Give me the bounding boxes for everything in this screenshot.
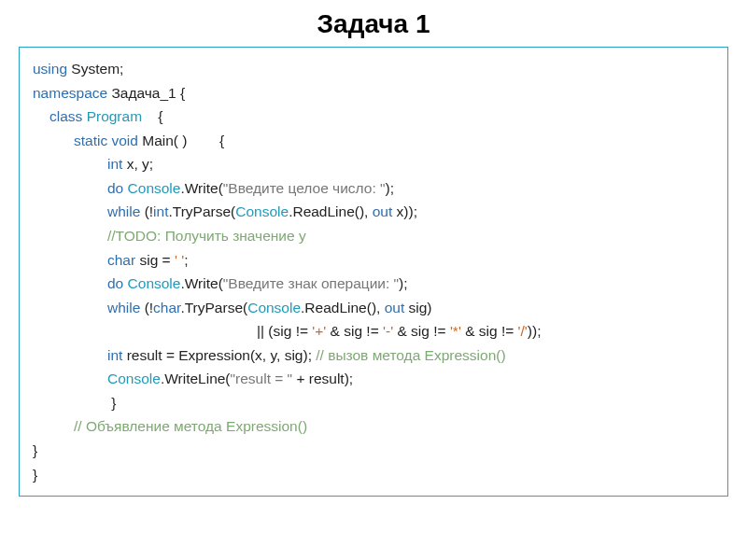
kw-do: do [107,275,128,291]
comment: // Объявление метода Expression() [74,418,307,434]
code-line: Console.WriteLine("result = " + result); [33,367,714,391]
code-line: while (!char.TryParse(Console.ReadLine()… [33,296,714,320]
text: ); [386,180,394,196]
kw-while: while [107,203,145,219]
code-line: } [33,439,714,463]
code-line: using System; [33,57,714,81]
text: x)); [392,203,417,219]
text: .WriteLine( [161,371,231,386]
kw-out: out [373,203,393,219]
type-int: int [107,347,122,363]
class-console: Console [128,180,181,196]
text: )); [528,323,542,339]
code-line: || (sig != '+' & sig != '-' & sig != '*'… [33,319,714,343]
text: .Write( [180,180,222,196]
text: ); [399,275,407,291]
text: } [33,442,37,458]
code-line: while (!int.TryParse(Console.ReadLine(),… [33,200,714,224]
text: } [107,395,116,411]
text: sig) [404,300,431,315]
kw-using: using [33,61,67,77]
class-console: Console [235,203,289,219]
code-line: do Console.Write("Введите целое число: "… [33,176,714,201]
text: .ReadLine(), [289,203,373,219]
text: + result); [292,371,353,386]
char-literal: '+' [312,323,326,339]
char-literal: ' ' [175,252,184,268]
type-int: int [153,203,168,219]
text: } [33,467,37,483]
code-line: int result = Expression(x, y, sig); // в… [33,343,714,368]
class-console: Console [128,275,181,291]
string: "Введите знак операции: " [223,275,399,291]
slide-title: Задача 1 [19,9,728,39]
code-line: } [33,463,714,487]
class-program: Program [87,108,142,124]
kw-class: class [49,108,87,124]
text: ; [184,252,188,268]
text: || (sig != [257,323,312,339]
code-line: namespace Задача_1 { [33,81,714,105]
class-console: Console [247,300,301,315]
string: "Введите целое число: " [223,180,386,196]
text: .TryParse( [180,300,247,315]
text: System; [67,61,123,77]
text: (! [145,203,153,219]
code-line: static void Main( ) { [33,129,714,153]
kw-out: out [385,300,405,315]
type-int: int [107,156,122,172]
text: x, y; [122,156,153,172]
text: Main( ) { [142,133,224,148]
char-literal: '*' [450,323,461,339]
text: .Write( [180,275,222,291]
text: sig = [135,252,175,268]
text: Задача_1 { [107,85,185,101]
code-line: // Объявление метода Expression() [33,414,714,439]
code-line: int x, y; [33,152,714,176]
class-console: Console [107,371,161,386]
code-box: using System; namespace Задача_1 { class… [19,47,728,497]
text: { [142,108,162,124]
code-line: do Console.Write("Введите знак операции:… [33,272,714,296]
text: & sig != [461,323,518,339]
kw-do: do [107,180,128,196]
code-line: //TODO: Получить значение y [33,224,714,248]
type-char: char [107,252,135,268]
code-line: } [33,391,714,415]
string: "result = " [231,371,293,386]
kw-while: while [107,300,145,315]
comment: // вызов метода Expression() [316,347,505,363]
text: result = Expression(x, y, sig); [122,347,316,363]
text: .TryParse( [168,203,235,219]
type-char: char [153,300,180,315]
char-literal: '-' [383,323,393,339]
code-line: char sig = ' '; [33,248,714,273]
text: & sig != [326,323,383,339]
text: .ReadLine(), [301,300,385,315]
comment: //TODO: Получить значение y [107,228,306,244]
char-literal: '/' [518,323,528,339]
text: & sig != [393,323,450,339]
code-line: class Program { [33,105,714,129]
kw-static-void: static void [74,133,142,148]
text: (! [145,300,153,315]
kw-namespace: namespace [33,85,107,101]
